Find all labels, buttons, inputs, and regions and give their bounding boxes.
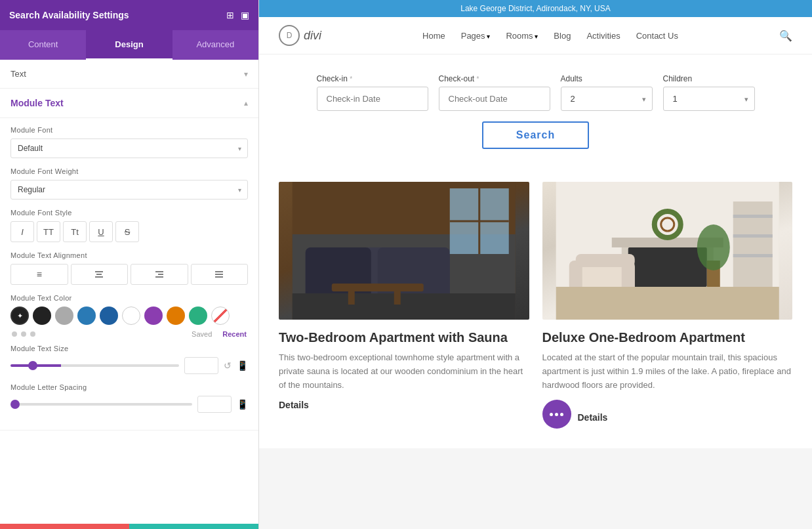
module-font-weight-select[interactable]: Regular Bold Light <box>10 180 248 200</box>
color-gray-swatch[interactable] <box>55 307 73 325</box>
checkin-field: Check-in * <box>317 74 428 111</box>
style-underline-btn[interactable]: U <box>89 221 113 242</box>
top-bar: Lake George District, Adirondack, NY, US… <box>259 0 812 17</box>
children-select[interactable]: 1 2 3 <box>663 87 755 111</box>
color-dot-1[interactable] <box>12 331 17 337</box>
svg-rect-13 <box>378 247 450 300</box>
module-text-section-content: Module Font Default Arial Georgia ▾ Modu… <box>0 118 258 431</box>
card-1-title: Two-Bedroom Apartment with Sauna <box>279 329 529 346</box>
nav-link-activities: Activities <box>586 31 620 41</box>
tab-content[interactable]: Content <box>0 30 86 60</box>
module-font-weight-label: Module Font Weight <box>10 167 248 175</box>
svg-rect-31 <box>733 254 772 257</box>
adults-label: Adults <box>561 74 653 83</box>
dot-3 <box>560 413 563 416</box>
site-preview: Lake George District, Adirondack, NY, US… <box>259 0 812 529</box>
nav-item-home[interactable]: Home <box>422 30 445 41</box>
svg-rect-20 <box>394 291 401 305</box>
align-center-btn[interactable] <box>71 264 129 285</box>
letter-spacing-slider[interactable] <box>10 403 192 406</box>
align-justify-btn[interactable] <box>191 264 249 285</box>
color-none-swatch[interactable] <box>211 307 230 325</box>
panel-collapse-icon[interactable]: ▣ <box>241 10 249 20</box>
align-right-btn[interactable] <box>131 264 188 285</box>
nav-link-contact: Contact Us <box>636 31 678 41</box>
module-text-section-title: Module Text <box>10 98 64 108</box>
card-1-description: This two-bedroom exceptional townhome st… <box>279 351 529 392</box>
svg-rect-29 <box>733 215 772 218</box>
nav-item-pages[interactable]: Pages <box>461 30 491 41</box>
panel-header: Search Availability Settings ⊞ ▣ <box>0 0 258 30</box>
text-size-reset-btn[interactable]: ↺ <box>224 360 232 371</box>
nav-item-blog[interactable]: Blog <box>554 30 571 41</box>
panel-resize-icon[interactable]: ⊞ <box>226 10 234 20</box>
dot-2 <box>555 413 558 416</box>
color-blue1-swatch[interactable] <box>77 307 96 325</box>
text-size-mobile-btn[interactable]: 📱 <box>237 360 248 371</box>
nav-item-rooms[interactable]: Rooms <box>506 30 538 41</box>
module-font-weight-wrapper: Regular Bold Light ▾ <box>10 180 248 200</box>
module-text-align-label: Module Text Alignment <box>10 251 248 259</box>
color-white-swatch[interactable] <box>122 307 140 325</box>
color-dot-2[interactable] <box>21 331 26 337</box>
site-logo: D divi <box>279 25 321 46</box>
color-orange-swatch[interactable] <box>167 307 185 325</box>
nav-item-contact[interactable]: Contact Us <box>636 30 678 41</box>
checkout-input[interactable] <box>439 87 550 111</box>
style-uppercase-btn[interactable]: TT <box>37 221 60 242</box>
checkin-input[interactable] <box>317 87 428 111</box>
color-black-swatch[interactable] <box>33 307 51 325</box>
color-purple-swatch[interactable] <box>144 307 163 325</box>
style-capitalize-btn[interactable]: Tt <box>63 221 87 242</box>
font-style-group: I TT Tt U S <box>10 221 248 242</box>
text-section-title: Text <box>10 69 26 79</box>
dot-1 <box>550 413 553 416</box>
card-1-image <box>279 182 529 320</box>
letter-spacing-mobile-btn[interactable]: 📱 <box>237 399 248 410</box>
color-dot-3[interactable] <box>30 331 35 337</box>
style-strikethrough-btn[interactable]: S <box>115 221 139 242</box>
svg-rect-12 <box>306 247 371 300</box>
nav-search-icon[interactable]: 🔍 <box>779 30 792 42</box>
letter-spacing-input[interactable]: 0px <box>197 396 232 413</box>
color-blue2-swatch[interactable] <box>100 307 118 325</box>
module-font-select[interactable]: Default Arial Georgia <box>10 138 248 158</box>
tab-advanced[interactable]: Advanced <box>173 30 258 60</box>
search-button[interactable]: Search <box>482 121 589 149</box>
site-nav: D divi Home Pages Rooms Blog Activities … <box>259 17 812 54</box>
color-green-swatch[interactable] <box>189 307 207 325</box>
svg-rect-24 <box>628 247 706 287</box>
color-dots <box>12 331 35 337</box>
text-size-input[interactable]: 15px <box>184 357 218 374</box>
module-text-section-header[interactable]: Module Text ▴ <box>0 89 258 118</box>
adults-field: Adults 1 2 3 4 ▾ <box>561 74 653 111</box>
svg-rect-18 <box>332 284 424 291</box>
panel-tabs: Content Design Advanced <box>0 30 258 60</box>
card-2-details[interactable]: Details <box>578 412 608 423</box>
align-left-btn[interactable]: ≡ <box>10 264 68 285</box>
module-font-label: Module Font <box>10 126 248 134</box>
adults-select[interactable]: 1 2 3 4 <box>561 87 653 111</box>
nav-link-pages: Pages <box>461 31 485 41</box>
card-2-image <box>542 182 793 320</box>
svg-rect-14 <box>293 293 516 320</box>
style-italic-btn[interactable]: I <box>10 221 34 242</box>
module-letter-spacing-label: Module Letter Spacing <box>10 383 248 391</box>
panel-header-icons: ⊞ ▣ <box>226 10 249 20</box>
text-size-slider[interactable] <box>10 364 179 367</box>
tab-design[interactable]: Design <box>86 30 172 60</box>
card-1-details[interactable]: Details <box>279 400 529 410</box>
purple-circle-btn[interactable] <box>542 400 571 429</box>
text-section-header[interactable]: Text ▾ <box>0 60 258 89</box>
recent-label: Recent <box>222 330 247 338</box>
nav-item-activities[interactable]: Activities <box>586 30 620 41</box>
card-1: Two-Bedroom Apartment with Sauna This tw… <box>279 182 529 435</box>
eyedropper-swatch[interactable]: ✦ <box>10 307 29 325</box>
letter-spacing-control: 0px 📱 <box>10 396 248 413</box>
svg-rect-38 <box>556 287 779 320</box>
card-2-footer: Details <box>542 400 793 435</box>
svg-rect-30 <box>733 234 772 238</box>
svg-rect-37 <box>575 254 634 267</box>
module-text-section-arrow: ▴ <box>244 98 248 108</box>
text-section-arrow: ▾ <box>244 70 248 79</box>
